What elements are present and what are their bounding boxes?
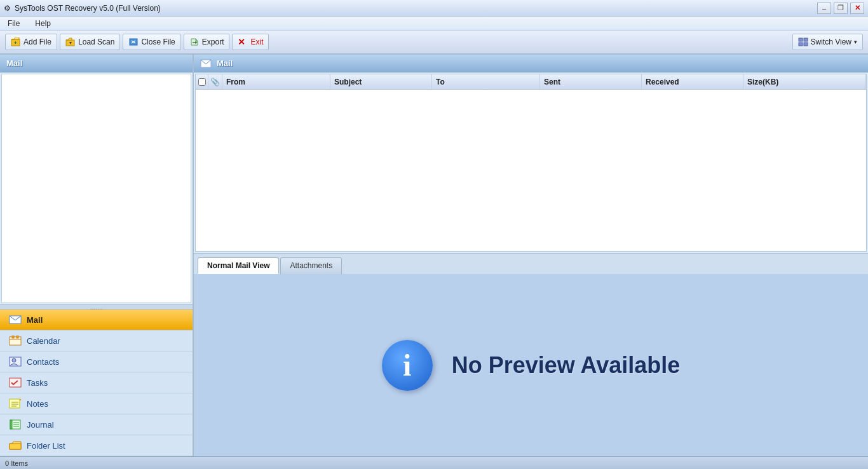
- restore-button[interactable]: ❐: [834, 3, 848, 14]
- load-scan-label: Load Scan: [78, 37, 114, 46]
- sidebar-item-mail[interactable]: Mail: [0, 309, 193, 330]
- add-file-label: Add File: [24, 37, 51, 46]
- sidebar-item-tasks-label: Tasks: [27, 378, 48, 388]
- menu-file[interactable]: File: [4, 18, 24, 29]
- tab-normal-mail-view[interactable]: Normal Mail View: [198, 257, 279, 274]
- titlebar-controls: – ❐ ✕: [817, 3, 864, 14]
- sidebar-navigation: Mail Calendar: [0, 309, 193, 456]
- mail-table-area: 📎 From Subject To Sent Received Size(KB): [195, 74, 867, 252]
- mail-table-body: [196, 90, 866, 251]
- tasks-nav-icon: [9, 377, 22, 388]
- svg-rect-20: [12, 336, 14, 338]
- svg-rect-16: [804, 43, 808, 46]
- sidebar-item-notes-label: Notes: [27, 399, 48, 409]
- svg-rect-31: [10, 420, 12, 429]
- sidebar-item-contacts[interactable]: Contacts: [0, 351, 193, 372]
- load-scan-button[interactable]: Load Scan: [60, 34, 120, 50]
- sent-col-header[interactable]: Sent: [540, 74, 642, 89]
- menu-help[interactable]: Help: [31, 18, 55, 29]
- sidebar-item-folder-list[interactable]: Folder List: [0, 435, 193, 456]
- exit-button[interactable]: ✕ Exit: [232, 34, 269, 50]
- load-scan-icon: [65, 37, 76, 46]
- content-header-title: Mail: [217, 58, 233, 68]
- sidebar-header: Mail: [0, 55, 193, 72]
- attach-col-header: 📎: [208, 74, 222, 89]
- switch-view-button[interactable]: Switch View ▾: [792, 34, 863, 50]
- sidebar: Mail ....... Mail: [0, 55, 194, 456]
- select-all-checkbox[interactable]: [198, 78, 206, 86]
- export-button[interactable]: Export: [184, 34, 230, 50]
- notes-nav-icon: [9, 398, 22, 409]
- svg-rect-21: [17, 336, 18, 338]
- close-file-icon: [128, 37, 139, 46]
- sidebar-item-calendar[interactable]: Calendar: [0, 330, 193, 351]
- preview-tabs: Normal Mail View Attachments: [194, 253, 868, 274]
- sidebar-item-tasks[interactable]: Tasks: [0, 372, 193, 393]
- close-file-label: Close File: [141, 37, 175, 46]
- content-area: Mail 📎 From Subject To Sent Received Siz…: [194, 55, 868, 456]
- size-col-header[interactable]: Size(KB): [743, 74, 866, 89]
- svg-marker-26: [20, 399, 21, 400]
- sidebar-item-mail-label: Mail: [27, 315, 43, 325]
- folder-list-nav-icon: [9, 440, 22, 451]
- received-col-header[interactable]: Received: [642, 74, 743, 89]
- toolbar: + Add File Load Scan Close File: [0, 31, 868, 55]
- add-file-button[interactable]: + Add File: [5, 34, 57, 50]
- switch-view-label: Switch View: [811, 37, 851, 46]
- switch-view-icon: [798, 37, 808, 46]
- add-file-icon: +: [11, 37, 21, 46]
- journal-nav-icon: [9, 419, 22, 430]
- items-count: 0 Items: [5, 459, 28, 467]
- mail-table-header: 📎 From Subject To Sent Received Size(KB): [196, 74, 866, 90]
- folder-tree[interactable]: [1, 74, 191, 303]
- content-mail-icon: [200, 59, 212, 68]
- export-label: Export: [202, 37, 224, 46]
- checkbox-col-header: [196, 74, 208, 89]
- svg-rect-13: [799, 38, 803, 41]
- from-col-header[interactable]: From: [222, 74, 330, 89]
- svg-point-23: [12, 358, 16, 362]
- sidebar-item-notes[interactable]: Notes: [0, 393, 193, 414]
- sidebar-item-folder-list-label: Folder List: [27, 441, 65, 451]
- titlebar-left: ⚙ SysTools OST Recovery v5.0 (Full Versi…: [4, 4, 161, 13]
- close-window-button[interactable]: ✕: [850, 3, 864, 14]
- minimize-button[interactable]: –: [817, 3, 831, 14]
- switch-view-dropdown-icon: ▾: [854, 39, 857, 45]
- svg-text:+: +: [14, 40, 17, 46]
- sidebar-item-contacts-label: Contacts: [27, 357, 59, 367]
- svg-rect-14: [804, 38, 808, 41]
- menubar: File Help: [0, 17, 868, 31]
- svg-rect-18: [10, 337, 21, 345]
- export-icon: [189, 37, 200, 46]
- close-file-button[interactable]: Close File: [123, 34, 180, 50]
- statusbar: 0 Items: [0, 456, 868, 469]
- attachment-header-icon: 📎: [210, 78, 220, 86]
- mail-nav-icon: [9, 315, 22, 325]
- app-icon: ⚙: [4, 4, 11, 13]
- tab-attachments[interactable]: Attachments: [280, 257, 342, 274]
- sidebar-item-calendar-label: Calendar: [27, 336, 60, 346]
- calendar-nav-icon: [9, 336, 22, 346]
- contacts-nav-icon: [9, 357, 22, 367]
- no-preview-message: No Preview Available: [452, 352, 681, 379]
- svg-marker-36: [10, 444, 21, 449]
- sidebar-item-journal-label: Journal: [27, 420, 54, 430]
- main-layout: Mail ....... Mail: [0, 55, 868, 456]
- subject-col-header[interactable]: Subject: [330, 74, 432, 89]
- exit-label: Exit: [250, 37, 263, 46]
- no-preview-icon: i: [382, 340, 433, 391]
- exit-icon: ✕: [238, 37, 248, 46]
- titlebar: ⚙ SysTools OST Recovery v5.0 (Full Versi…: [0, 0, 868, 17]
- to-col-header[interactable]: To: [432, 74, 540, 89]
- sidebar-resize-handle[interactable]: .......: [0, 304, 193, 309]
- svg-marker-10: [196, 39, 198, 41]
- svg-marker-1: [11, 37, 19, 39]
- content-header: Mail: [194, 55, 868, 72]
- app-title: SysTools OST Recovery v5.0 (Full Version…: [15, 4, 161, 13]
- svg-rect-25: [10, 399, 20, 408]
- sidebar-item-journal[interactable]: Journal: [0, 414, 193, 435]
- svg-marker-4: [66, 38, 72, 40]
- svg-rect-15: [799, 43, 803, 46]
- preview-area: i No Preview Available: [194, 274, 868, 456]
